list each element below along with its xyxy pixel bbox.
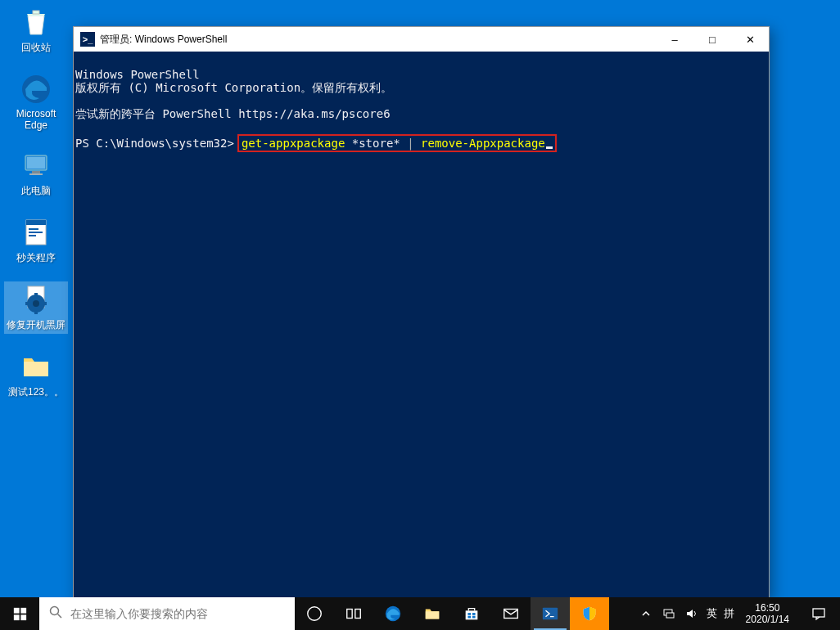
clock-time: 16:50	[746, 602, 789, 614]
svg-rect-26	[355, 610, 360, 619]
mail-icon	[502, 605, 520, 623]
desktop-icon-test-folder[interactable]: 测试123。。	[4, 349, 68, 401]
svg-point-24	[308, 607, 322, 621]
svg-line-23	[58, 614, 62, 619]
desktop-icon-this-pc[interactable]: 此电脑	[4, 147, 68, 200]
svg-rect-5	[29, 173, 43, 175]
svg-rect-29	[467, 613, 471, 615]
minimize-button[interactable]: –	[656, 27, 693, 52]
store-icon	[463, 605, 481, 623]
window-controls: – □ ✕	[656, 27, 769, 52]
task-view-icon	[345, 605, 363, 623]
taskbar-edge[interactable]	[373, 597, 413, 630]
icon-label: Microsoft Edge	[6, 108, 66, 131]
prompt: PS C:\Windows\system32>	[75, 137, 234, 150]
cortana-button[interactable]	[295, 597, 334, 630]
console-line: 版权所有 (C) Microsoft Corporation。保留所有权利。	[75, 81, 392, 94]
command-token: get-appxpackage	[242, 137, 345, 150]
svg-rect-33	[504, 610, 518, 619]
edge-icon	[384, 605, 402, 623]
svg-rect-4	[32, 171, 40, 173]
desktop-icon-edge[interactable]: Microsoft Edge	[4, 71, 68, 133]
svg-rect-31	[467, 616, 471, 619]
desktop: 回收站 Microsoft Edge 此电脑 秒关程序 修复开机黑屏	[0, 0, 840, 597]
console-prompt-line: PS C:\Windows\system32>get-appxpackage *…	[75, 134, 767, 152]
desktop-icon-close-prog[interactable]: 秒关程序	[4, 214, 68, 267]
console-line: Windows PowerShell	[75, 68, 200, 81]
tray-clock[interactable]: 16:50 2020/1/14	[741, 602, 794, 626]
folder-icon	[423, 605, 441, 623]
svg-rect-21	[20, 614, 26, 620]
svg-rect-18	[13, 607, 19, 613]
desktop-icon-recycle[interactable]: 回收站	[4, 4, 68, 56]
taskbar-apps	[295, 597, 609, 630]
svg-rect-25	[347, 610, 352, 619]
windows-icon	[13, 607, 27, 621]
taskbar: 英 拼 16:50 2020/1/14	[0, 597, 840, 630]
svg-rect-16	[25, 302, 29, 305]
svg-rect-30	[472, 613, 476, 615]
console-line: 尝试新的跨平台 PowerShell https://aka.ms/pscore…	[75, 107, 391, 120]
svg-rect-37	[813, 609, 824, 617]
tray-network[interactable]	[661, 607, 677, 620]
taskbar-mail[interactable]	[491, 597, 531, 630]
action-center-button[interactable]	[801, 606, 837, 621]
powershell-icon: >_	[80, 32, 95, 47]
taskbar-store[interactable]	[452, 597, 491, 630]
console-output[interactable]: Windows PowerShell 版权所有 (C) Microsoft Co…	[74, 52, 769, 182]
desktop-icons: 回收站 Microsoft Edge 此电脑 秒关程序 修复开机黑屏	[4, 4, 68, 401]
cortana-icon	[305, 605, 323, 623]
svg-rect-7	[26, 220, 46, 225]
icon-label: 秒关程序	[16, 251, 56, 265]
pc-icon	[20, 149, 52, 182]
recycle-bin-icon	[20, 6, 52, 38]
powershell-window: >_ 管理员: Windows PowerShell – □ ✕ Windows…	[73, 26, 770, 599]
pipe-token: |	[407, 137, 413, 150]
highlighted-command: get-appxpackage *store* | remove-Appxpac…	[237, 134, 557, 152]
svg-rect-14	[34, 293, 38, 296]
tray-language[interactable]: 英	[707, 606, 717, 621]
svg-rect-17	[43, 302, 47, 305]
system-tray: 英 拼 16:50 2020/1/14	[635, 597, 840, 630]
tray-volume[interactable]	[684, 607, 700, 620]
icon-label: 测试123。。	[8, 385, 64, 399]
network-icon	[662, 607, 675, 620]
search-icon	[49, 605, 62, 622]
svg-rect-0	[33, 11, 39, 14]
powershell-icon	[541, 605, 559, 623]
svg-rect-28	[466, 610, 478, 619]
maximize-button[interactable]: □	[693, 27, 731, 52]
tray-ime[interactable]: 拼	[724, 606, 734, 621]
titlebar[interactable]: >_ 管理员: Windows PowerShell – □ ✕	[74, 27, 769, 52]
search-input[interactable]	[70, 607, 285, 620]
svg-point-22	[51, 607, 59, 615]
svg-rect-10	[29, 235, 36, 236]
search-box[interactable]	[39, 597, 295, 630]
window-title: 管理员: Windows PowerShell	[100, 33, 656, 47]
taskbar-powershell[interactable]	[531, 597, 570, 630]
taskbar-file-explorer[interactable]	[413, 597, 452, 630]
svg-rect-19	[20, 607, 26, 613]
svg-rect-3	[27, 157, 45, 169]
start-button[interactable]	[0, 597, 39, 630]
edge-icon	[20, 73, 52, 106]
chevron-up-icon	[641, 609, 651, 619]
icon-label: 修复开机黑屏	[7, 318, 65, 332]
desktop-icon-fix-boot[interactable]: 修复开机黑屏	[4, 281, 68, 334]
shield-icon	[580, 605, 598, 623]
close-button[interactable]: ✕	[731, 27, 769, 52]
cursor	[546, 146, 553, 149]
clock-date: 2020/1/14	[746, 614, 789, 625]
icon-label: 此电脑	[21, 184, 51, 198]
command-token: *store*	[345, 137, 407, 150]
svg-rect-20	[13, 614, 19, 620]
gear-bat-icon	[20, 283, 52, 316]
taskbar-uac-prompt[interactable]	[570, 597, 609, 630]
svg-rect-8	[29, 228, 38, 230]
folder-icon	[20, 350, 52, 383]
task-view-button[interactable]	[334, 597, 373, 630]
svg-rect-36	[666, 613, 674, 618]
notification-icon	[811, 606, 826, 621]
tray-expand-button[interactable]	[638, 609, 654, 619]
icon-label: 回收站	[21, 41, 51, 55]
